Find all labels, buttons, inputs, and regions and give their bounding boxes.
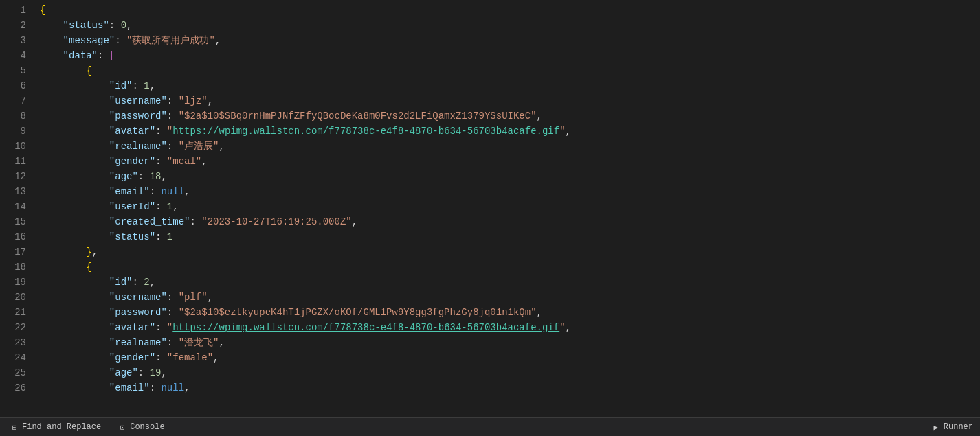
- code-line-8: "password": "$2a$10$SBq0rnHmPJNfZFfyQBoc…: [34, 108, 980, 124]
- line-num-11: 11: [14, 154, 26, 169]
- editor-area: 1 2 3 4 5 6 7 8 9 10 11 12 13 14 15 16 1…: [0, 0, 980, 417]
- code-line-1: {: [34, 3, 980, 18]
- line-num-6: 6: [14, 78, 26, 93]
- line-num-19: 19: [14, 275, 26, 290]
- line-num-15: 15: [14, 214, 26, 229]
- code-line-17: },: [34, 244, 980, 260]
- line-num-13: 13: [14, 184, 26, 199]
- line-num-9: 9: [14, 124, 26, 139]
- line-num-2: 2: [14, 18, 26, 33]
- code-line-15: "created_time": "2023-10-27T16:19:25.000…: [34, 214, 980, 229]
- line-numbers: 1 2 3 4 5 6 7 8 9 10 11 12 13 14 15 16 1…: [0, 0, 34, 417]
- code-line-9: "avatar": "https://wpimg.wallstcn.com/f7…: [34, 124, 980, 139]
- line-num-22: 22: [14, 320, 26, 335]
- line-num-10: 10: [14, 139, 26, 154]
- console-label: Console: [130, 422, 164, 432]
- line-num-23: 23: [14, 335, 26, 350]
- code-content[interactable]: { "status": 0, "message": "获取所有用户成功", "d…: [34, 0, 980, 417]
- code-line-16: "status": 1: [34, 229, 980, 244]
- code-line-2: "status": 0,: [34, 18, 980, 33]
- line-num-17: 17: [14, 244, 26, 260]
- line-num-5: 5: [14, 63, 26, 78]
- code-line-12: "age": 18,: [34, 169, 980, 184]
- bottom-panel: ⊟ Find and Replace ⊡ Console ▶ Runner: [0, 417, 980, 436]
- code-line-6: "id": 1,: [34, 78, 980, 93]
- code-line-20: "username": "plf",: [34, 290, 980, 305]
- find-replace-icon: ⊟: [10, 422, 19, 432]
- code-line-19: "id": 2,: [34, 275, 980, 290]
- code-line-4: "data": [: [34, 48, 980, 63]
- line-num-26: 26: [14, 380, 26, 395]
- runner-label: Runner: [944, 422, 973, 432]
- code-line-23: "realname": "潘龙飞",: [34, 335, 980, 350]
- line-num-3: 3: [14, 33, 26, 48]
- code-line-21: "password": "$2a$10$eztkyupeK4hT1jPGZX/o…: [34, 305, 980, 320]
- code-line-24: "gender": "female",: [34, 350, 980, 365]
- code-line-11: "gender": "meal",: [34, 154, 980, 169]
- code-line-13: "email": null,: [34, 184, 980, 199]
- console-tab[interactable]: ⊡ Console: [115, 418, 167, 436]
- line-num-7: 7: [14, 93, 26, 108]
- console-icon: ⊡: [118, 422, 127, 432]
- code-line-7: "username": "ljz",: [34, 93, 980, 108]
- line-num-12: 12: [14, 169, 26, 184]
- code-line-22: "avatar": "https://wpimg.wallstcn.com/f7…: [34, 320, 980, 335]
- code-line-3: "message": "获取所有用户成功",: [34, 33, 980, 48]
- code-line-14: "userId": 1,: [34, 199, 980, 214]
- code-line-5: {: [34, 63, 980, 78]
- line-num-18: 18: [14, 260, 26, 275]
- line-num-21: 21: [14, 305, 26, 320]
- line-num-4: 4: [14, 48, 26, 63]
- code-line-10: "realname": "卢浩辰",: [34, 139, 980, 154]
- find-replace-label: Find and Replace: [22, 422, 101, 432]
- line-num-24: 24: [14, 350, 26, 365]
- line-num-8: 8: [14, 108, 26, 124]
- line-num-14: 14: [14, 199, 26, 214]
- find-replace-tab[interactable]: ⊟ Find and Replace: [7, 418, 104, 436]
- runner-icon: ▶: [931, 422, 941, 432]
- code-line-26: "email": null,: [34, 380, 980, 395]
- code-line-25: "age": 19,: [34, 365, 980, 380]
- line-num-1: 1: [14, 3, 26, 18]
- code-line-18: {: [34, 260, 980, 275]
- line-num-20: 20: [14, 290, 26, 305]
- line-num-16: 16: [14, 229, 26, 244]
- line-num-25: 25: [14, 365, 26, 380]
- runner-tab[interactable]: ▶ Runner: [931, 422, 973, 432]
